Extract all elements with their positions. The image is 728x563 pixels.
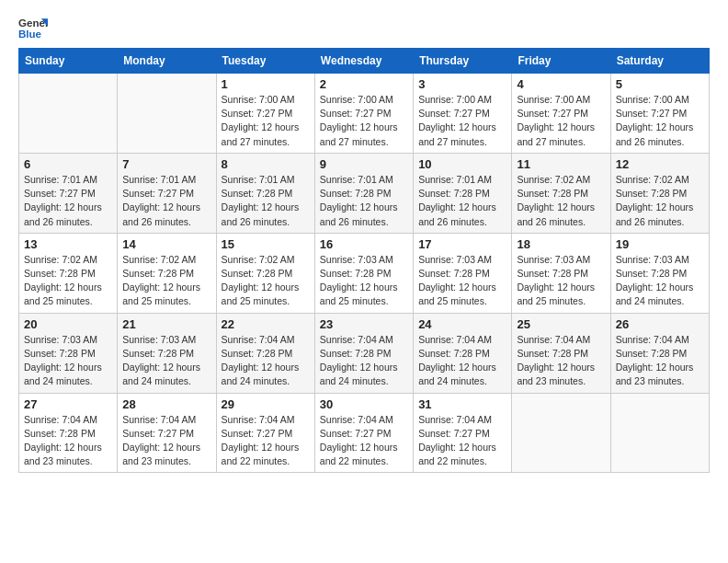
day-info: Sunrise: 7:03 AM Sunset: 7:28 PM Dayligh… [320,253,408,309]
calendar-week-row: 27Sunrise: 7:04 AM Sunset: 7:28 PM Dayli… [19,393,710,473]
calendar-week-row: 6Sunrise: 7:01 AM Sunset: 7:27 PM Daylig… [19,153,710,233]
day-number: 1 [222,77,310,91]
day-info: Sunrise: 7:03 AM Sunset: 7:28 PM Dayligh… [418,253,506,309]
day-number: 20 [24,317,112,331]
day-number: 26 [616,317,704,331]
day-info: Sunrise: 7:03 AM Sunset: 7:28 PM Dayligh… [122,333,210,389]
day-number: 25 [517,317,605,331]
logo-icon: General Blue [18,15,48,40]
calendar-cell: 14Sunrise: 7:02 AM Sunset: 7:28 PM Dayli… [118,233,216,313]
calendar-cell: 26Sunrise: 7:04 AM Sunset: 7:28 PM Dayli… [610,313,709,393]
day-info: Sunrise: 7:01 AM Sunset: 7:28 PM Dayligh… [418,173,506,229]
day-number: 11 [517,157,605,171]
calendar-cell [118,74,216,154]
calendar-cell: 16Sunrise: 7:03 AM Sunset: 7:28 PM Dayli… [314,233,413,313]
day-info: Sunrise: 7:04 AM Sunset: 7:28 PM Dayligh… [320,333,408,389]
calendar-table: SundayMondayTuesdayWednesdayThursdayFrid… [18,48,710,473]
calendar-week-row: 20Sunrise: 7:03 AM Sunset: 7:28 PM Dayli… [19,313,710,393]
calendar-cell: 21Sunrise: 7:03 AM Sunset: 7:28 PM Dayli… [118,313,216,393]
day-info: Sunrise: 7:04 AM Sunset: 7:28 PM Dayligh… [616,333,704,389]
calendar-cell: 18Sunrise: 7:03 AM Sunset: 7:28 PM Dayli… [512,233,610,313]
day-info: Sunrise: 7:03 AM Sunset: 7:28 PM Dayligh… [616,253,704,309]
calendar-cell: 27Sunrise: 7:04 AM Sunset: 7:28 PM Dayli… [19,393,118,473]
day-info: Sunrise: 7:04 AM Sunset: 7:28 PM Dayligh… [418,333,506,389]
calendar-cell: 20Sunrise: 7:03 AM Sunset: 7:28 PM Dayli… [19,313,118,393]
calendar-header-friday: Friday [512,49,610,74]
day-info: Sunrise: 7:03 AM Sunset: 7:28 PM Dayligh… [24,333,112,389]
day-info: Sunrise: 7:04 AM Sunset: 7:27 PM Dayligh… [320,413,408,469]
day-info: Sunrise: 7:02 AM Sunset: 7:28 PM Dayligh… [616,173,704,229]
day-info: Sunrise: 7:00 AM Sunset: 7:27 PM Dayligh… [418,93,506,149]
day-info: Sunrise: 7:04 AM Sunset: 7:28 PM Dayligh… [24,413,112,469]
day-number: 17 [418,237,506,251]
day-info: Sunrise: 7:00 AM Sunset: 7:27 PM Dayligh… [320,93,408,149]
calendar-header-row: SundayMondayTuesdayWednesdayThursdayFrid… [19,49,710,74]
calendar-cell: 12Sunrise: 7:02 AM Sunset: 7:28 PM Dayli… [610,153,709,233]
calendar-cell: 5Sunrise: 7:00 AM Sunset: 7:27 PM Daylig… [610,74,709,154]
day-number: 29 [222,397,310,411]
day-number: 14 [122,237,210,251]
calendar-cell: 4Sunrise: 7:00 AM Sunset: 7:27 PM Daylig… [512,74,610,154]
calendar-cell: 30Sunrise: 7:04 AM Sunset: 7:27 PM Dayli… [314,393,413,473]
calendar-cell [19,74,118,154]
calendar-header-wednesday: Wednesday [314,49,413,74]
page-header: General Blue [18,15,710,40]
calendar-cell: 3Sunrise: 7:00 AM Sunset: 7:27 PM Daylig… [414,74,512,154]
day-info: Sunrise: 7:01 AM Sunset: 7:28 PM Dayligh… [320,173,408,229]
day-number: 22 [222,317,310,331]
calendar-cell: 11Sunrise: 7:02 AM Sunset: 7:28 PM Dayli… [512,153,610,233]
calendar-cell: 1Sunrise: 7:00 AM Sunset: 7:27 PM Daylig… [216,74,314,154]
day-number: 30 [320,397,408,411]
calendar-header-thursday: Thursday [414,49,512,74]
day-number: 31 [418,397,506,411]
day-number: 12 [616,157,704,171]
day-number: 3 [418,77,506,91]
day-info: Sunrise: 7:01 AM Sunset: 7:27 PM Dayligh… [24,173,112,229]
calendar-cell: 2Sunrise: 7:00 AM Sunset: 7:27 PM Daylig… [314,74,413,154]
calendar-cell: 17Sunrise: 7:03 AM Sunset: 7:28 PM Dayli… [414,233,512,313]
day-info: Sunrise: 7:03 AM Sunset: 7:28 PM Dayligh… [517,253,605,309]
day-info: Sunrise: 7:04 AM Sunset: 7:28 PM Dayligh… [517,333,605,389]
calendar-header-sunday: Sunday [19,49,118,74]
day-number: 19 [616,237,704,251]
calendar-cell: 10Sunrise: 7:01 AM Sunset: 7:28 PM Dayli… [414,153,512,233]
day-number: 28 [122,397,210,411]
day-info: Sunrise: 7:01 AM Sunset: 7:28 PM Dayligh… [222,173,310,229]
day-number: 16 [320,237,408,251]
day-number: 5 [616,77,704,91]
calendar-cell: 25Sunrise: 7:04 AM Sunset: 7:28 PM Dayli… [512,313,610,393]
svg-text:Blue: Blue [18,29,42,40]
day-info: Sunrise: 7:04 AM Sunset: 7:27 PM Dayligh… [222,413,310,469]
day-info: Sunrise: 7:02 AM Sunset: 7:28 PM Dayligh… [222,253,310,309]
day-info: Sunrise: 7:04 AM Sunset: 7:27 PM Dayligh… [122,413,210,469]
calendar-cell: 13Sunrise: 7:02 AM Sunset: 7:28 PM Dayli… [19,233,118,313]
day-number: 8 [222,157,310,171]
calendar-header-saturday: Saturday [610,49,709,74]
day-number: 2 [320,77,408,91]
day-number: 10 [418,157,506,171]
calendar-cell: 31Sunrise: 7:04 AM Sunset: 7:27 PM Dayli… [414,393,512,473]
calendar-cell: 23Sunrise: 7:04 AM Sunset: 7:28 PM Dayli… [314,313,413,393]
day-number: 7 [122,157,210,171]
day-info: Sunrise: 7:02 AM Sunset: 7:28 PM Dayligh… [517,173,605,229]
calendar-cell: 22Sunrise: 7:04 AM Sunset: 7:28 PM Dayli… [216,313,314,393]
day-number: 23 [320,317,408,331]
calendar-cell: 8Sunrise: 7:01 AM Sunset: 7:28 PM Daylig… [216,153,314,233]
day-number: 21 [122,317,210,331]
day-info: Sunrise: 7:02 AM Sunset: 7:28 PM Dayligh… [24,253,112,309]
day-info: Sunrise: 7:04 AM Sunset: 7:28 PM Dayligh… [222,333,310,389]
day-info: Sunrise: 7:00 AM Sunset: 7:27 PM Dayligh… [616,93,704,149]
day-number: 18 [517,237,605,251]
calendar-week-row: 13Sunrise: 7:02 AM Sunset: 7:28 PM Dayli… [19,233,710,313]
day-info: Sunrise: 7:04 AM Sunset: 7:27 PM Dayligh… [418,413,506,469]
day-number: 4 [517,77,605,91]
day-number: 9 [320,157,408,171]
logo: General Blue [18,15,48,40]
day-number: 24 [418,317,506,331]
day-number: 15 [222,237,310,251]
calendar-header-monday: Monday [118,49,216,74]
calendar-cell: 15Sunrise: 7:02 AM Sunset: 7:28 PM Dayli… [216,233,314,313]
calendar-cell: 28Sunrise: 7:04 AM Sunset: 7:27 PM Dayli… [118,393,216,473]
calendar-cell: 9Sunrise: 7:01 AM Sunset: 7:28 PM Daylig… [314,153,413,233]
calendar-cell: 19Sunrise: 7:03 AM Sunset: 7:28 PM Dayli… [610,233,709,313]
